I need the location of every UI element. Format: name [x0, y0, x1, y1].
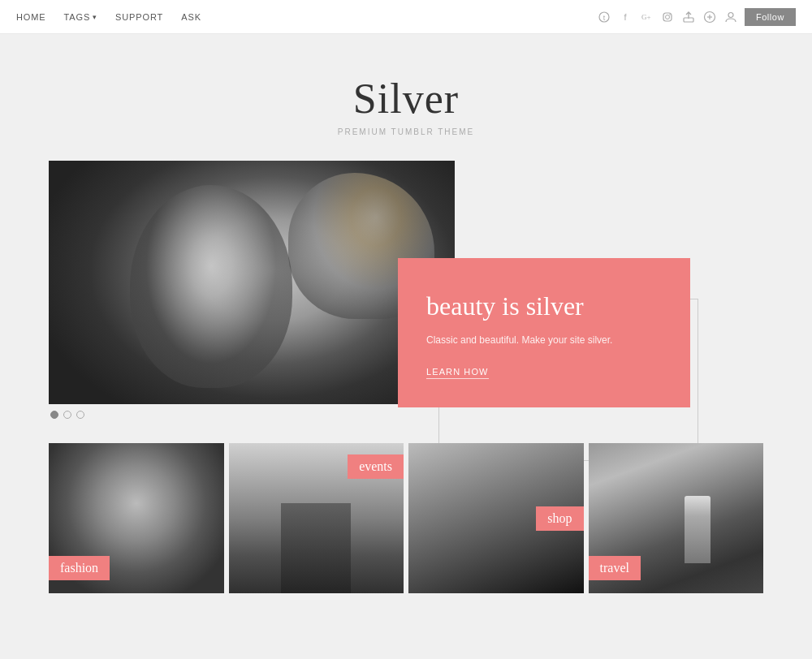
nav-tags-label: TAGS: [64, 12, 91, 22]
facebook-icon[interactable]: f: [618, 10, 633, 24]
nav-tags[interactable]: TAGS ▾: [64, 12, 98, 22]
user-icon[interactable]: [723, 10, 738, 24]
follow-button[interactable]: Follow: [745, 8, 796, 26]
fashion-label: fashion: [49, 556, 110, 580]
shop-label: shop: [536, 506, 583, 531]
main-content: Silver PREMIUM TUMBLR THEME beauty is si…: [0, 34, 812, 626]
learn-how-link[interactable]: LEARN HOW: [426, 367, 489, 379]
grid-item-travel[interactable]: travel: [589, 443, 764, 593]
nav-support[interactable]: SUPPORT: [115, 12, 163, 22]
svg-point-5: [669, 14, 671, 15]
dot-2[interactable]: [63, 411, 71, 419]
share-icon[interactable]: [681, 10, 696, 24]
svg-point-4: [665, 15, 669, 19]
hero-title-section: Silver PREMIUM TUMBLR THEME: [16, 75, 796, 136]
travel-label: travel: [589, 556, 641, 580]
svg-text:t: t: [603, 14, 606, 22]
featured-text-box: beauty is silver Classic and beautiful. …: [398, 258, 690, 407]
dot-1[interactable]: [50, 411, 58, 419]
grid-item-events[interactable]: events: [229, 443, 404, 593]
nav-ask[interactable]: ASK: [181, 12, 201, 22]
featured-section: beauty is silver Classic and beautiful. …: [49, 161, 763, 419]
google-plus-icon[interactable]: G+: [639, 10, 654, 24]
dot-3[interactable]: [76, 411, 84, 419]
slideshow-dots: [50, 411, 763, 419]
navigation: HOME TAGS ▾ SUPPORT ASK t f G+ Follow: [0, 0, 812, 34]
svg-point-10: [728, 12, 733, 17]
nav-home[interactable]: HOME: [16, 12, 46, 22]
featured-image: [49, 161, 455, 404]
plus-icon[interactable]: [702, 10, 717, 24]
grid-item-fashion[interactable]: fashion: [49, 443, 224, 593]
site-title: Silver: [16, 75, 796, 123]
instagram-icon[interactable]: [660, 10, 675, 24]
featured-heading: beauty is silver: [426, 291, 662, 321]
tumblr-icon[interactable]: t: [597, 10, 611, 24]
chevron-down-icon: ▾: [93, 13, 97, 21]
site-subtitle: PREMIUM TUMBLR THEME: [16, 127, 796, 136]
category-grid: fashion events shop travel: [49, 443, 763, 593]
nav-right-icons: t f G+ Follow: [597, 8, 796, 26]
grid-item-shop[interactable]: shop: [408, 443, 584, 593]
featured-description: Classic and beautiful. Make your site si…: [426, 333, 662, 348]
svg-text:f: f: [624, 12, 627, 22]
events-label: events: [348, 454, 404, 479]
nav-links: HOME TAGS ▾ SUPPORT ASK: [16, 12, 201, 22]
